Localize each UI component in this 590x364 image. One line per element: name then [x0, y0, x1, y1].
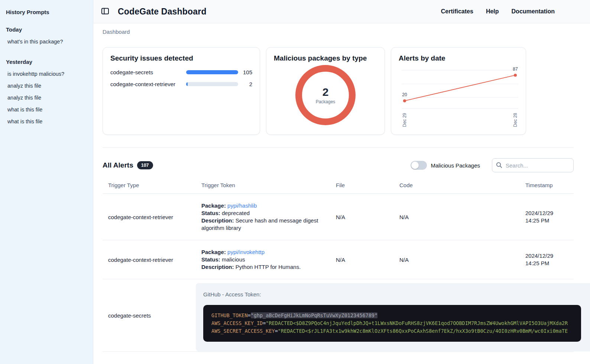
toggle-label: Malicious Packages: [431, 162, 480, 169]
table-header-row: Trigger TypeTrigger TokenFileCodeTimesta…: [103, 178, 574, 194]
card-title: Alerts by date: [399, 54, 518, 62]
malicious-packages-toggle[interactable]: [411, 161, 427, 170]
timestamp-date: 2024/12/29: [525, 209, 574, 217]
alert-count-badge: 107: [137, 161, 153, 169]
donut-count: 2: [322, 86, 329, 98]
alert-row: codegate-context-retrieverPackage: pypi/…: [103, 194, 574, 240]
security-issue-row: codegate-context-retriever2: [110, 81, 252, 87]
sidebar-title: History Prompts: [6, 9, 87, 15]
security-issue-label: codegate-secrets: [110, 69, 186, 75]
trigger-type-cell: codegate-secrets: [103, 312, 196, 319]
card-title: Malicious packages by type: [274, 54, 377, 62]
alerts-table: Trigger TypeTrigger TokenFileCodeTimesta…: [103, 178, 574, 352]
package-label: Package:: [201, 202, 226, 209]
donut-ring: 2 Packages: [295, 65, 356, 125]
trigger-type-cell: codegate-context-retriever: [103, 214, 196, 220]
history-prompt-item[interactable]: what's in this package?: [6, 36, 87, 48]
description-line: Description: Secure hash and message dig…: [201, 217, 321, 232]
status-label: Status:: [201, 210, 220, 216]
nav-link-certificates[interactable]: Certificates: [441, 8, 473, 15]
line-chart: 20Dec 2987Dec 28: [399, 65, 521, 129]
package-line: Package: pypi/hashlib: [201, 202, 321, 209]
alerts-header: All Alerts 107 Malicious Packages: [103, 158, 574, 172]
svg-text:Dec 28: Dec 28: [513, 113, 518, 127]
panel-left-icon: [101, 7, 110, 17]
redacted-secret-value: "REDACTED<$rJL1FA3tx1w9khW2c8mKlOzXFts86…: [278, 328, 568, 334]
timestamp-date: 2024/12/29: [525, 252, 574, 260]
breadcrumb[interactable]: Dashboard: [103, 23, 574, 35]
trigger-token-cell: Package: pypi/hashlibStatus: deprecatedD…: [196, 202, 330, 232]
description-line: Description: Python HTTP for Humans.: [201, 263, 321, 271]
status-line: Status: deprecated: [201, 209, 321, 217]
section-divider: [103, 147, 574, 148]
main-area: CodeGate Dashboard CertificatesHelpDocum…: [93, 0, 590, 364]
progress-bar-track: [186, 82, 238, 86]
file-cell: N/A: [330, 257, 394, 263]
sidebar-section: Yesterdayis invokehttp malicious?analyz …: [6, 59, 87, 127]
sidebar-section-heading: Yesterday: [6, 59, 87, 65]
package-link[interactable]: pypi/invokehttp: [227, 249, 265, 255]
history-prompt-item[interactable]: is invokehttp malicious?: [6, 68, 87, 80]
history-prompt-item[interactable]: analyz this file: [6, 80, 87, 92]
alert-row: codegate-context-retrieverPackage: pypi/…: [103, 240, 574, 279]
security-bar-list: codegate-secrets105codegate-context-retr…: [110, 69, 252, 87]
timestamp-cell: 2024/12/2914:25 PM: [520, 252, 574, 267]
highlighted-secret-value: "ghp_aBcDeFgHiJkLmNoPqRsTuVwXyZ012345678…: [251, 312, 377, 318]
donut-chart: 2 Packages: [274, 62, 377, 128]
description-label: Description:: [201, 217, 234, 224]
history-prompt-item[interactable]: what is this file: [6, 116, 87, 127]
all-alerts-title: All Alerts: [103, 161, 133, 169]
nav-link-help[interactable]: Help: [486, 8, 499, 15]
history-prompts-sidebar: History Prompts Todaywhat's in this pack…: [0, 0, 93, 364]
topbar: CodeGate Dashboard CertificatesHelpDocum…: [93, 0, 590, 23]
redacted-secret-value: "REDACTED<$D8Z9PQoC4njJquYedlpDhJQ+t1LWx…: [266, 320, 568, 326]
timestamp-cell: 2024/12/2914:25 PM: [520, 209, 574, 224]
svg-text:Dec 29: Dec 29: [402, 113, 407, 127]
history-prompt-item[interactable]: what is this file: [6, 104, 87, 116]
toggle-knob: [411, 162, 419, 169]
progress-bar-fill: [186, 70, 238, 74]
top-navigation: CertificatesHelpDocumentation: [441, 8, 555, 15]
card-title: Security issues detected: [110, 54, 252, 62]
svg-text:20: 20: [402, 92, 407, 97]
column-header: Trigger Type: [103, 182, 196, 188]
search-input[interactable]: [492, 158, 574, 172]
sidebar-toggle-button[interactable]: [98, 4, 112, 19]
code-line: AWS_ACCESS_KEY_ID="REDACTED<$D8Z9PQoC4nj…: [211, 319, 573, 327]
package-line: Package: pypi/invokehttp: [201, 248, 321, 256]
column-header: Trigger Token: [196, 182, 330, 188]
security-issue-value: 105: [238, 69, 252, 75]
security-issue-label: codegate-context-retriever: [110, 81, 186, 87]
description-label: Description:: [201, 264, 234, 270]
search-box: [492, 158, 574, 172]
code-cell: N/A: [394, 214, 520, 220]
table-body: codegate-context-retrieverPackage: pypi/…: [103, 194, 574, 352]
history-prompt-item[interactable]: analyz this file: [6, 92, 87, 104]
search-icon: [496, 162, 502, 170]
file-cell: N/A: [330, 214, 394, 220]
equals-sign: =: [275, 328, 278, 334]
progress-bar-track: [186, 70, 238, 74]
env-var-name: AWS_SECRET_ACCESS_KEY: [211, 328, 275, 334]
code-line: AWS_SECRET_ACCESS_KEY="REDACTED<$rJL1FA3…: [211, 327, 573, 335]
summary-cards: Security issues detected codegate-secret…: [103, 47, 574, 135]
nav-link-documentation[interactable]: Documentation: [512, 8, 555, 15]
status-line: Status: malicious: [201, 256, 321, 263]
code-line: GITHUB_TOKEN="ghp_aBcDeFgHiJkLmNoPqRsTuV…: [211, 312, 573, 319]
timestamp-time: 14:25 PM: [525, 217, 574, 224]
sidebar-section: Todaywhat's in this package?: [6, 26, 87, 48]
secret-detail-panel: GitHub - Access Token:GITHUB_TOKEN="ghp_…: [196, 283, 590, 351]
security-issue-row: codegate-secrets105: [110, 69, 252, 75]
alerts-by-date-card: Alerts by date 20Dec 2987Dec 28: [391, 47, 526, 135]
progress-bar-fill: [186, 82, 188, 86]
code-cell: N/A: [394, 257, 520, 263]
malicious-packages-card: Malicious packages by type 2 Packages: [266, 47, 385, 135]
package-label: Package:: [201, 249, 226, 255]
alert-row-secrets: codegate-secretsGitHub - Access Token:GI…: [103, 279, 574, 352]
env-var-name: AWS_ACCESS_KEY_ID: [211, 320, 263, 326]
equals-sign: =: [248, 312, 251, 318]
content: Dashboard Security issues detected codeg…: [93, 23, 590, 364]
package-link[interactable]: pypi/hashlib: [227, 202, 257, 209]
column-header: Code: [394, 182, 520, 188]
sidebar-section-heading: Today: [6, 26, 87, 33]
